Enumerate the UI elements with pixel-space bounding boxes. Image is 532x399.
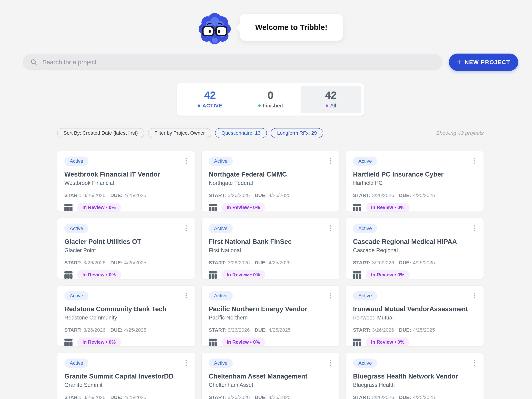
project-title: Bluegrass Health Network Vendor <box>353 373 476 380</box>
card-menu-button[interactable] <box>473 156 476 165</box>
due-date: 4/25/2025 <box>124 395 146 399</box>
project-card[interactable]: Active First National Bank FinSec First … <box>202 218 339 279</box>
card-menu-button[interactable] <box>329 291 332 300</box>
dot-icon <box>185 295 187 296</box>
dot-icon <box>185 230 187 231</box>
longform-filter-button[interactable]: Longform RFx: 29 <box>271 128 323 138</box>
stat-tab-all[interactable]: 42 All <box>301 86 361 113</box>
card-menu-button[interactable] <box>473 224 476 232</box>
company-name: Cascade Regional <box>353 247 476 254</box>
review-progress-badge: In Review • 0% <box>77 203 121 212</box>
active-label-row: ACTIVE <box>198 103 222 109</box>
card-dates: START: 3/26/2026 DUE: 4/25/2025 <box>209 193 332 198</box>
sort-by-button[interactable]: Sort By: Created Date (latest first) <box>57 128 144 138</box>
finished-label-row: Finished <box>258 103 283 109</box>
dot-icon <box>330 297 331 299</box>
project-card[interactable]: Active Ironwood Mutual VendorAssessment … <box>346 285 484 346</box>
project-card[interactable]: Active Redstone Community Bank Tech Reds… <box>57 285 195 346</box>
table-icon <box>209 204 217 211</box>
card-header: Active <box>353 359 476 368</box>
card-footer: In Review • 0% <box>209 203 332 212</box>
dot-icon <box>330 362 331 363</box>
stat-tab-active[interactable]: 42 ACTIVE <box>180 86 240 113</box>
project-card[interactable]: Active Northgate Federal CMMC Northgate … <box>202 151 339 212</box>
active-label: ACTIVE <box>202 103 222 109</box>
project-card[interactable]: Active Bluegrass Health Network Vendor B… <box>346 353 484 399</box>
card-menu-button[interactable] <box>329 224 332 232</box>
table-icon <box>209 271 217 279</box>
dot-icon <box>330 293 331 294</box>
table-icon <box>353 339 361 346</box>
project-title: First National Bank FinSec <box>209 238 332 245</box>
search-input[interactable] <box>42 58 440 66</box>
due-label: DUE: <box>255 395 267 399</box>
dot-icon <box>474 158 475 159</box>
due-date: 4/25/2025 <box>124 327 146 333</box>
project-card[interactable]: Active Westbrook Financial IT Vendor Wes… <box>57 151 195 212</box>
questionnaire-filter-button[interactable]: Questionnaire: 13 <box>215 128 267 138</box>
all-dot-icon <box>326 104 328 107</box>
card-menu-button[interactable] <box>329 156 332 165</box>
project-card[interactable]: Active Hartfield PC Insurance Cyber Hart… <box>346 151 484 212</box>
start-date: 3/26/2026 <box>372 327 394 333</box>
all-label-row: All <box>326 103 336 109</box>
project-card[interactable]: Active Pacific Northern Energy Vendor Pa… <box>202 285 339 346</box>
project-card[interactable]: Active Granite Summit Capital InvestorDD… <box>57 353 195 399</box>
stat-tab-finished[interactable]: 0 Finished <box>240 86 301 113</box>
start-date: 3/26/2026 <box>228 193 250 198</box>
card-dates: START: 3/26/2026 DUE: 4/25/2025 <box>64 395 188 399</box>
project-card[interactable]: Active Cheltenham Asset Management Chelt… <box>202 353 339 399</box>
due-date: 4/25/2025 <box>124 260 146 266</box>
status-badge: Active <box>64 156 89 166</box>
card-menu-button[interactable] <box>184 224 188 232</box>
filter-owner-button[interactable]: Filter by Project Owner <box>148 128 211 138</box>
start-label: START: <box>209 193 226 198</box>
start-date: 3/26/2026 <box>228 327 250 333</box>
start-label: START: <box>209 395 226 399</box>
project-card[interactable]: Active Cascade Regional Medical HIPAA Ca… <box>346 218 484 279</box>
card-dates: START: 3/26/2026 DUE: 4/25/2025 <box>353 193 476 198</box>
card-footer: In Review • 0% <box>353 270 476 279</box>
project-title: Cheltenham Asset Management <box>209 373 332 380</box>
card-menu-button[interactable] <box>184 156 188 165</box>
card-dates: START: 3/26/2026 DUE: 4/25/2025 <box>209 395 332 399</box>
start-date: 3/26/2026 <box>228 395 250 399</box>
card-menu-button[interactable] <box>473 291 476 300</box>
due-label: DUE: <box>399 260 411 266</box>
card-header: Active <box>353 224 476 233</box>
project-card[interactable]: Active Glacier Point Utilities OT Glacie… <box>57 218 195 279</box>
card-menu-button[interactable] <box>329 359 332 367</box>
due-date: 4/25/2025 <box>413 395 435 399</box>
table-icon <box>64 271 73 279</box>
due-label: DUE: <box>255 327 267 333</box>
review-progress-badge: In Review • 0% <box>366 270 410 279</box>
dot-icon <box>185 162 187 164</box>
start-label: START: <box>353 193 370 198</box>
status-badge: Active <box>64 359 89 368</box>
due-label: DUE: <box>399 193 411 198</box>
project-title: Hartfield PC Insurance Cyber <box>353 171 476 178</box>
search-icon <box>30 58 38 66</box>
dot-icon <box>330 360 331 361</box>
start-date: 3/26/2026 <box>372 193 394 198</box>
card-menu-button[interactable] <box>184 359 188 367</box>
due-label: DUE: <box>110 327 122 333</box>
card-header: Active <box>353 156 476 166</box>
due-date: 4/25/2025 <box>269 395 291 399</box>
table-icon <box>64 339 73 346</box>
review-progress-badge: In Review • 0% <box>222 203 265 212</box>
search-bar[interactable] <box>23 54 443 70</box>
new-project-button[interactable]: + NEW PROJECT <box>449 54 518 71</box>
table-icon <box>353 271 361 279</box>
dot-icon <box>330 365 331 366</box>
start-label: START: <box>353 395 370 399</box>
page-content: Welcome to Tribble! + NEW PROJECT 42 ACT… <box>23 0 518 399</box>
card-menu-button[interactable] <box>473 359 476 367</box>
card-header: Active <box>209 359 332 368</box>
status-badge: Active <box>209 156 233 166</box>
card-menu-button[interactable] <box>184 291 188 300</box>
dot-icon <box>474 295 475 296</box>
search-row: + NEW PROJECT <box>23 54 518 71</box>
card-dates: START: 3/26/2026 DUE: 4/25/2025 <box>353 260 476 266</box>
due-label: DUE: <box>110 260 122 266</box>
